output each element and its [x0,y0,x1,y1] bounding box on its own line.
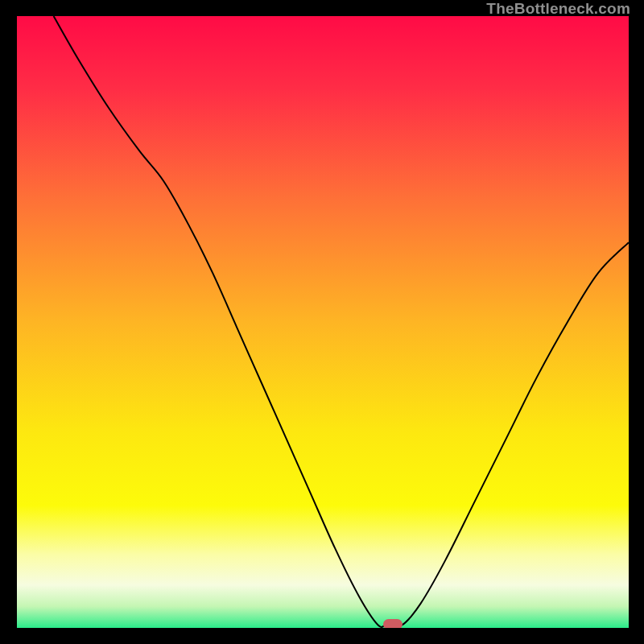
chart-frame: TheBottleneck.com [0,0,644,644]
optimal-point-marker [383,619,402,628]
plot-area [17,16,629,628]
watermark-text: TheBottleneck.com [486,0,630,18]
bottleneck-curve [17,16,629,628]
